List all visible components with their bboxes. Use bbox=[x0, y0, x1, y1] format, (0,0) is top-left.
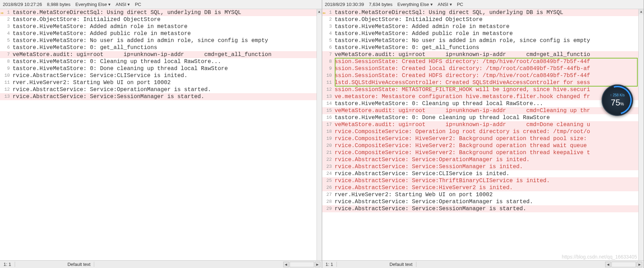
code-line[interactable]: 13ve.metastore: Mestastore configuration… bbox=[322, 93, 639, 100]
code-line[interactable]: 3tastore.HiveMetaStore: Added admin role… bbox=[322, 23, 639, 30]
line-number: 5 bbox=[322, 37, 335, 44]
right-line-ending: PC bbox=[457, 2, 463, 7]
code-text: tastore.HiveMetaStore: 0: Cleaning up th… bbox=[335, 100, 639, 107]
code-line[interactable]: 22rvice.AbstractService: Service:Operati… bbox=[322, 156, 639, 163]
line-number: 6 bbox=[322, 44, 335, 51]
code-line[interactable]: 14tastore.HiveMetaStore: 0: Cleaning up … bbox=[322, 100, 639, 107]
right-horizontal-scrollbar[interactable]: ◀ ▶ bbox=[605, 262, 644, 267]
code-line[interactable]: 11lstd.SQLStdHiveAccessController: Creat… bbox=[322, 79, 639, 86]
code-text: veMetaStore.audit: ugi=root ip=unknown-i… bbox=[335, 107, 639, 114]
code-line[interactable]: 4tastore.HiveMetaStore: Added public rol… bbox=[322, 30, 639, 37]
code-line[interactable]: 26rvice.AbstractService: Service:HiveSer… bbox=[322, 184, 639, 191]
code-line[interactable]: 6tastore.HiveMetaStore: 0: get_all_funct… bbox=[322, 44, 639, 51]
line-number: 8 bbox=[322, 58, 335, 65]
code-text: rvice.AbstractService: Service:Operation… bbox=[335, 198, 639, 205]
right-info-bar: 2018/8/29 10:30:39 7,634 bytes Everythin… bbox=[322, 0, 644, 9]
widget-percent: 75% bbox=[611, 98, 624, 108]
code-text: ssion.SessionState: Created HDFS directo… bbox=[335, 72, 639, 79]
scroll-left-icon[interactable]: ◀ bbox=[605, 262, 611, 267]
code-line[interactable]: 15veMetaStore.audit: ugi=root ip=unknown… bbox=[322, 107, 639, 114]
scroll-right-icon[interactable]: ▶ bbox=[315, 262, 320, 267]
code-line[interactable]: 12rvice.AbstractService: Service:Operati… bbox=[0, 86, 317, 93]
left-pane: 2018/8/29 10:27:26 8,988 bytes Everythin… bbox=[0, 0, 322, 268]
line-number: 9 bbox=[322, 65, 335, 72]
code-text: rver.HiveServer2: Starting Web UI on por… bbox=[335, 191, 639, 198]
code-line[interactable]: 11rver.HiveServer2: Starting Web UI on p… bbox=[0, 79, 317, 86]
code-line[interactable]: 2tastore.ObjectStore: Initialized Object… bbox=[322, 16, 639, 23]
code-line[interactable]: 7veMetaStore.audit: ugi=root ip=unknown-… bbox=[0, 51, 317, 58]
code-line[interactable]: 16tastore.HiveMetaStore: 0: Done cleanin… bbox=[322, 114, 639, 121]
line-number: 20 bbox=[322, 142, 335, 149]
left-filter-dropdown[interactable]: Everything Else bbox=[75, 2, 111, 7]
code-line[interactable]: 10ssion.SessionState: Created HDFS direc… bbox=[322, 72, 639, 79]
right-encoding-dropdown[interactable]: ANSI bbox=[438, 2, 452, 7]
code-line[interactable]: 28rvice.AbstractService: Service:Operati… bbox=[322, 198, 639, 205]
line-number: 16 bbox=[322, 114, 335, 121]
left-status-bar: 1: 1 Default text ◀ ▶ bbox=[0, 260, 322, 268]
code-text: tastore.HiveMetaStore: No user is added … bbox=[13, 37, 317, 44]
code-line[interactable]: 29rvice.AbstractService: Service:Session… bbox=[322, 205, 639, 212]
code-text: tastore.HiveMetaStore: Added public role… bbox=[335, 30, 639, 37]
code-text: rvice.AbstractService: Service:SessionMa… bbox=[13, 93, 317, 100]
line-number: 9 bbox=[0, 65, 13, 72]
code-text: rvice.AbstractService: Service:CLIServic… bbox=[335, 170, 639, 177]
code-text: rvice.CompositeService: Operation log ro… bbox=[335, 128, 639, 135]
scroll-up-icon[interactable]: ▲ bbox=[317, 9, 322, 14]
code-line[interactable]: 13rvice.AbstractService: Service:Session… bbox=[0, 93, 317, 100]
code-line[interactable]: 7veMetaStore.audit: ugi=root ip=unknown-… bbox=[322, 51, 639, 58]
code-line[interactable]: 27rver.HiveServer2: Starting Web UI on p… bbox=[322, 191, 639, 198]
left-code-area[interactable]: 1⇨tastore.MetaStoreDirectSql: Using dire… bbox=[0, 9, 322, 260]
code-line[interactable]: 5tastore.HiveMetaStore: No user is added… bbox=[0, 37, 317, 44]
code-line[interactable]: 23rvice.AbstractService: Service:Session… bbox=[322, 163, 639, 170]
left-encoding-dropdown[interactable]: ANSI bbox=[116, 2, 130, 7]
code-line[interactable]: 18rvice.CompositeService: Operation log … bbox=[322, 128, 639, 135]
line-number: 13 bbox=[322, 93, 335, 100]
right-bytes: 7,634 bytes bbox=[369, 2, 393, 7]
line-number: 19 bbox=[322, 135, 335, 142]
code-text: rvice.AbstractService: Service:Operation… bbox=[13, 86, 317, 93]
scroll-left-icon[interactable]: ◀ bbox=[283, 262, 289, 267]
line-number: 11 bbox=[322, 79, 335, 86]
right-code-area[interactable]: 1⇦tastore.MetaStoreDirectSql: Using dire… bbox=[322, 9, 644, 260]
code-line[interactable]: 17veMetaStore.audit: ugi=root ip=unknown… bbox=[322, 121, 639, 128]
code-line[interactable]: 12ssion.SessionState: METASTORE_FILTER_H… bbox=[322, 86, 639, 93]
line-number: 26 bbox=[322, 184, 335, 191]
code-line[interactable]: 9tastore.HiveMetaStore: 0: Done cleaning… bbox=[0, 65, 317, 72]
code-line[interactable]: 4tastore.HiveMetaStore: Added public rol… bbox=[0, 30, 317, 37]
code-line[interactable]: 8tastore.HiveMetaStore: 0: Cleaning up t… bbox=[0, 58, 317, 65]
code-line[interactable]: 20rvice.CompositeService: HiveServer2: B… bbox=[322, 142, 639, 149]
code-line[interactable]: 25rvice.AbstractService: Service:ThriftB… bbox=[322, 177, 639, 184]
line-number: 4 bbox=[322, 30, 335, 37]
line-number: 2 bbox=[0, 16, 13, 23]
code-line[interactable]: 1⇦tastore.MetaStoreDirectSql: Using dire… bbox=[322, 9, 639, 16]
scroll-up-icon[interactable]: ▲ bbox=[639, 9, 644, 14]
code-text: tastore.HiveMetaStore: Added public role… bbox=[13, 30, 317, 37]
code-line[interactable]: 21rvice.CompositeService: HiveServer2: B… bbox=[322, 149, 639, 156]
watermark-text: https://blog.csdn.net/qq_16633405 bbox=[562, 254, 637, 260]
code-line[interactable]: 19rvice.CompositeService: HiveServer2: B… bbox=[322, 135, 639, 142]
scroll-right-icon[interactable]: ▶ bbox=[637, 262, 642, 267]
line-number: 11 bbox=[0, 79, 13, 86]
left-vertical-scrollbar[interactable]: ▲ bbox=[317, 9, 322, 260]
network-speed-widget[interactable]: ↑ 258 K/s 75% bbox=[602, 84, 633, 116]
code-text: rvice.AbstractService: Service:ThriftBin… bbox=[335, 177, 639, 184]
code-line[interactable]: 3tastore.HiveMetaStore: Added admin role… bbox=[0, 23, 317, 30]
code-text: veMetaStore.audit: ugi=root ip=unknown-i… bbox=[335, 51, 639, 58]
code-line[interactable]: 8ssion.SessionState: Created HDFS direct… bbox=[322, 58, 639, 65]
code-text: veMetaStore.audit: ugi=root ip=unknown-i… bbox=[13, 51, 317, 58]
code-text: ve.metastore: Mestastore configuration h… bbox=[335, 93, 639, 100]
code-line[interactable]: 5tastore.HiveMetaStore: No user is added… bbox=[322, 37, 639, 44]
code-line[interactable]: 6tastore.HiveMetaStore: 0: get_all_funct… bbox=[0, 44, 317, 51]
code-line[interactable]: 24rvice.AbstractService: Service:CLIServ… bbox=[322, 170, 639, 177]
line-number: 4 bbox=[0, 30, 13, 37]
left-horizontal-scrollbar[interactable]: ◀ ▶ bbox=[283, 262, 322, 267]
code-line[interactable]: 1⇨tastore.MetaStoreDirectSql: Using dire… bbox=[0, 9, 317, 16]
code-line[interactable]: 10rvice.AbstractService: Service:CLIServ… bbox=[0, 72, 317, 79]
right-vertical-scrollbar[interactable]: ▲ bbox=[638, 9, 644, 260]
code-line[interactable]: 2tastore.ObjectStore: Initialized Object… bbox=[0, 16, 317, 23]
right-filter-dropdown[interactable]: Everything Else bbox=[397, 2, 433, 7]
line-number: 10 bbox=[322, 72, 335, 79]
left-timestamp: 2018/8/29 10:27:26 bbox=[3, 2, 42, 7]
line-number: 5 bbox=[0, 37, 13, 44]
code-line[interactable]: 9ssion.SessionState: Created local direc… bbox=[322, 65, 639, 72]
